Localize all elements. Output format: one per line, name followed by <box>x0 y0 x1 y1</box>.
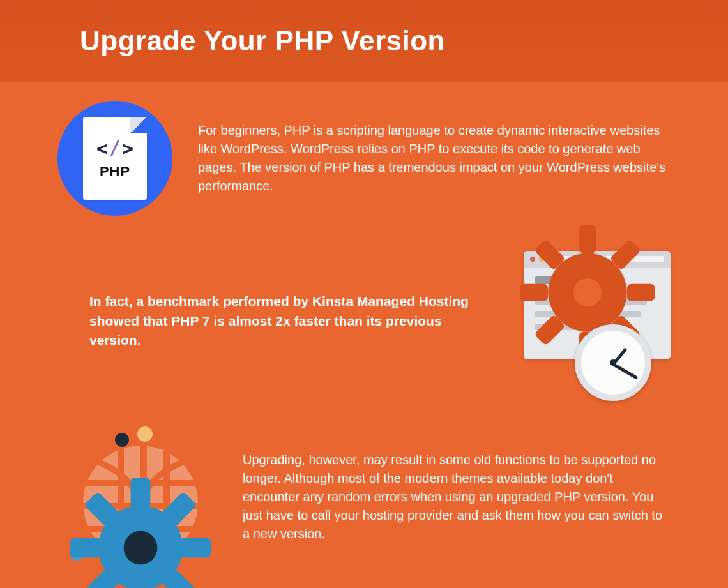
svg-point-19 <box>124 531 158 565</box>
svg-rect-13 <box>70 538 101 558</box>
section-intro: </> PHP For beginners, PHP is a scriptin… <box>57 101 671 216</box>
section-upgrade: Upgrading, however, may result in some o… <box>57 426 671 567</box>
browser-speed-icon <box>504 251 671 391</box>
svg-rect-3 <box>520 284 548 301</box>
svg-rect-14 <box>180 538 211 558</box>
page-header: Upgrade Your PHP Version <box>0 0 728 82</box>
code-icon: </> <box>96 137 133 160</box>
section-benchmark: In fact, a benchmark performed by Kinsta… <box>57 251 671 391</box>
svg-rect-11 <box>131 478 151 508</box>
content: </> PHP For beginners, PHP is a scriptin… <box>0 82 728 567</box>
benchmark-text: In fact, a benchmark performed by Kinsta… <box>89 292 485 350</box>
svg-point-9 <box>573 278 602 306</box>
intro-text: For beginners, PHP is a scripting langua… <box>198 121 671 195</box>
gear-icon <box>64 478 217 588</box>
globe-gear-icon <box>57 426 211 567</box>
php-label: PHP <box>100 163 130 180</box>
page-title: Upgrade Your PHP Version <box>80 25 445 57</box>
php-icon: </> PHP <box>57 101 172 216</box>
svg-rect-1 <box>579 225 596 253</box>
upgrade-text: Upgrading, however, may result in some o… <box>243 451 671 543</box>
clock-icon <box>575 324 651 401</box>
svg-rect-4 <box>627 284 655 301</box>
